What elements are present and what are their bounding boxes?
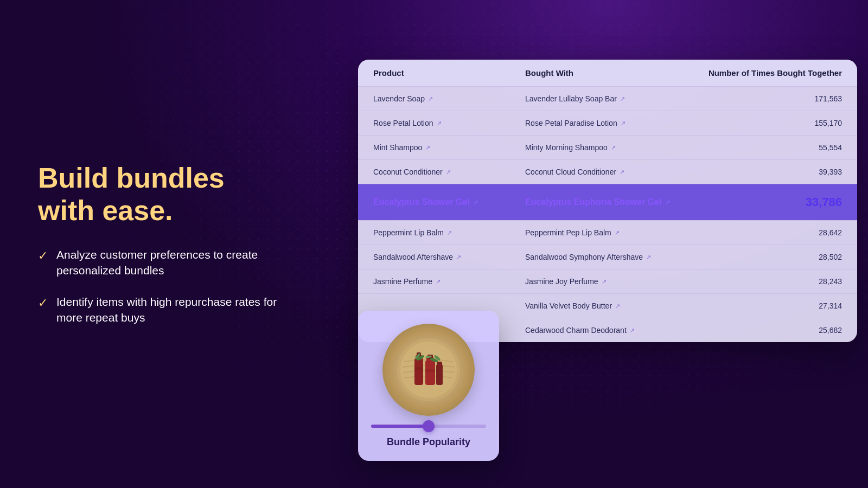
feature-item-2: ✓ Identify items with high repurchase ra… bbox=[38, 294, 288, 326]
feature-text-2: Identify items with high repurchase rate… bbox=[56, 294, 288, 326]
bundle-slider-container bbox=[371, 425, 486, 428]
ext-link-icon[interactable]: ↗ bbox=[646, 254, 651, 261]
cell-product: Coconut Conditioner ↗ bbox=[373, 168, 525, 176]
cell-count-highlighted: 33,786 bbox=[684, 195, 842, 209]
main-heading: Build bundles with ease. bbox=[38, 162, 288, 227]
cell-product: Lavender Soap ↗ bbox=[373, 94, 525, 103]
product-name: Jasmine Perfume bbox=[373, 277, 432, 286]
col-header-product: Product bbox=[373, 68, 525, 78]
cell-count: 25,682 bbox=[684, 326, 842, 335]
cell-product: Mint Shampoo ↗ bbox=[373, 143, 525, 152]
svg-rect-10 bbox=[436, 364, 443, 385]
ext-link-icon[interactable]: ↗ bbox=[428, 95, 433, 102]
svg-rect-2 bbox=[414, 358, 423, 385]
bought-with-name: Coconut Cloud Conditioner bbox=[525, 168, 616, 176]
cell-product: Peppermint Lip Balm ↗ bbox=[373, 228, 525, 237]
bottles-image bbox=[396, 337, 461, 402]
bundle-popularity-card: Bundle Popularity bbox=[358, 311, 499, 461]
ext-link-icon[interactable]: ↗ bbox=[473, 199, 478, 206]
ext-link-icon[interactable]: ↗ bbox=[602, 278, 607, 285]
product-name: Lavender Soap bbox=[373, 94, 425, 103]
cell-bought-with: Minty Morning Shampoo ↗ bbox=[525, 143, 684, 152]
svg-rect-6 bbox=[425, 360, 435, 385]
cell-bought-with-highlighted: Eucalyptus Euphoria Shower Gel ↗ bbox=[525, 197, 684, 207]
ext-link-icon[interactable]: ↗ bbox=[611, 144, 616, 151]
svg-rect-5 bbox=[414, 367, 423, 370]
cell-bought-with: Coconut Cloud Conditioner ↗ bbox=[525, 168, 684, 176]
cell-count: 28,642 bbox=[684, 228, 842, 237]
table-row: Jasmine Perfume ↗ Jasmine Joy Perfume ↗ … bbox=[358, 269, 857, 293]
ext-link-icon[interactable]: ↗ bbox=[620, 95, 625, 102]
ext-link-icon[interactable]: ↗ bbox=[436, 278, 441, 285]
ext-link-icon[interactable]: ↗ bbox=[447, 229, 452, 236]
bundle-slider-thumb[interactable] bbox=[423, 420, 435, 432]
ext-link-icon[interactable]: ↗ bbox=[425, 144, 430, 151]
table-header: Product Bought With Number of Times Boug… bbox=[358, 60, 857, 86]
bought-with-name: Lavender Lullaby Soap Bar bbox=[525, 94, 617, 103]
product-name: Peppermint Lip Balm bbox=[373, 228, 444, 237]
table-row: Rose Petal Lotion ↗ Rose Petal Paradise … bbox=[358, 111, 857, 135]
table-row: Lavender Soap ↗ Lavender Lullaby Soap Ba… bbox=[358, 86, 857, 111]
product-name: Coconut Conditioner bbox=[373, 168, 443, 176]
left-panel: Build bundles with ease. ✓ Analyze custo… bbox=[0, 130, 326, 358]
feature-list: ✓ Analyze customer preferences to create… bbox=[38, 247, 288, 326]
table-row: Sandalwood Aftershave ↗ Sandalwood Symph… bbox=[358, 245, 857, 269]
bought-with-name: Sandalwood Symphony Aftershave bbox=[525, 253, 643, 261]
col-header-bought-with: Bought With bbox=[525, 68, 684, 78]
product-name: Mint Shampoo bbox=[373, 143, 422, 152]
cell-product: Rose Petal Lotion ↗ bbox=[373, 119, 525, 127]
bought-with-name: Jasmine Joy Perfume bbox=[525, 277, 598, 286]
page-content: Build bundles with ease. ✓ Analyze custo… bbox=[0, 0, 868, 488]
cell-bought-with: Lavender Lullaby Soap Bar ↗ bbox=[525, 94, 684, 103]
cell-bought-with: Sandalwood Symphony Aftershave ↗ bbox=[525, 253, 684, 261]
cell-count: 28,502 bbox=[684, 253, 842, 261]
ext-link-icon[interactable]: ↗ bbox=[665, 199, 670, 206]
bought-with-name: Cedarwood Charm Deodorant bbox=[525, 326, 627, 335]
bought-with-name: Vanilla Velvet Body Butter bbox=[525, 301, 612, 310]
cell-bought-with: Rose Petal Paradise Lotion ↗ bbox=[525, 119, 684, 127]
ext-link-icon[interactable]: ↗ bbox=[630, 327, 635, 334]
bundle-image-wrapper bbox=[382, 324, 475, 416]
bought-with-name: Minty Morning Shampoo bbox=[525, 143, 608, 152]
table-row: Mint Shampoo ↗ Minty Morning Shampoo ↗ 5… bbox=[358, 135, 857, 159]
bundle-slider-track bbox=[371, 425, 486, 428]
product-name: Rose Petal Lotion bbox=[373, 119, 433, 127]
svg-rect-9 bbox=[425, 369, 435, 372]
ext-link-icon[interactable]: ↗ bbox=[615, 303, 620, 310]
feature-item-1: ✓ Analyze customer preferences to create… bbox=[38, 247, 288, 279]
right-panel: Product Bought With Number of Times Boug… bbox=[326, 0, 868, 488]
cell-product: Sandalwood Aftershave ↗ bbox=[373, 253, 525, 261]
check-icon-1: ✓ bbox=[38, 248, 48, 265]
svg-rect-11 bbox=[437, 362, 442, 366]
check-icon-2: ✓ bbox=[38, 295, 48, 312]
bought-with-name-highlighted: Eucalyptus Euphoria Shower Gel bbox=[525, 197, 662, 207]
table-body: Lavender Soap ↗ Lavender Lullaby Soap Ba… bbox=[358, 86, 857, 342]
cell-count: 55,554 bbox=[684, 143, 842, 152]
cell-bought-with: Jasmine Joy Perfume ↗ bbox=[525, 277, 684, 286]
ext-link-icon[interactable]: ↗ bbox=[446, 169, 451, 176]
cell-product: Jasmine Perfume ↗ bbox=[373, 277, 525, 286]
cell-product-highlighted: Eucalyptus Shower Gel ↗ bbox=[373, 197, 525, 207]
cell-count: 27,314 bbox=[684, 301, 842, 310]
cell-bought-with: Vanilla Velvet Body Butter ↗ bbox=[525, 301, 684, 310]
cell-bought-with: Peppermint Pep Lip Balm ↗ bbox=[525, 228, 684, 237]
bundle-popularity-label: Bundle Popularity bbox=[371, 436, 486, 448]
cell-count: 28,243 bbox=[684, 277, 842, 286]
cell-count: 39,393 bbox=[684, 168, 842, 176]
bought-with-name: Rose Petal Paradise Lotion bbox=[525, 119, 617, 127]
ext-link-icon[interactable]: ↗ bbox=[456, 254, 461, 261]
cell-bought-with: Cedarwood Charm Deodorant ↗ bbox=[525, 326, 684, 335]
product-name-highlighted: Eucalyptus Shower Gel bbox=[373, 197, 470, 207]
cell-count: 155,170 bbox=[684, 119, 842, 127]
ext-link-icon[interactable]: ↗ bbox=[615, 229, 620, 236]
ext-link-icon[interactable]: ↗ bbox=[620, 169, 624, 176]
product-name: Sandalwood Aftershave bbox=[373, 253, 453, 261]
highlighted-table-row: Eucalyptus Shower Gel ↗ Eucalyptus Eupho… bbox=[358, 184, 857, 220]
feature-text-1: Analyze customer preferences to create p… bbox=[56, 247, 288, 279]
ext-link-icon[interactable]: ↗ bbox=[437, 120, 442, 127]
bundle-slider-fill bbox=[371, 425, 429, 428]
table-row: Coconut Conditioner ↗ Coconut Cloud Cond… bbox=[358, 159, 857, 184]
ext-link-icon[interactable]: ↗ bbox=[621, 120, 626, 127]
col-header-count: Number of Times Bought Together bbox=[684, 68, 842, 78]
table-card: Product Bought With Number of Times Boug… bbox=[358, 60, 857, 342]
